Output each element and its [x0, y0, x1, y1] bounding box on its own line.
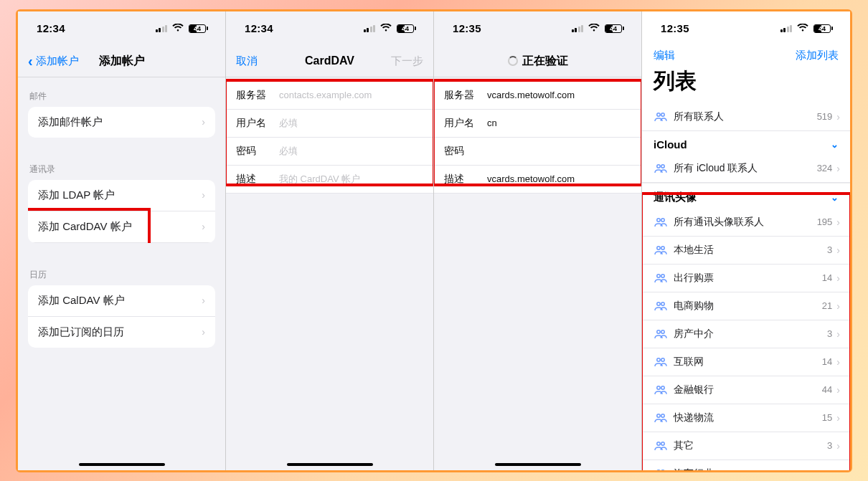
section-label: 通讯头像: [654, 191, 697, 204]
status-time: 12:35: [453, 22, 481, 34]
row-count: 3: [827, 440, 832, 451]
svg-point-15: [661, 358, 664, 361]
row-label: 电商购物: [674, 300, 822, 313]
content[interactable]: 邮件 添加邮件帐户 › 通讯录 添加 LDAP 帐户 › 添加 CardDAV …: [18, 77, 225, 470]
status-icons: 44: [572, 23, 625, 34]
list-item[interactable]: 所有 iCloud 联系人324›: [642, 155, 850, 183]
field-server[interactable]: 服务器 vcards.metowolf.com: [434, 82, 641, 110]
svg-point-6: [657, 246, 660, 249]
field-placeholder: 必填: [279, 145, 423, 158]
svg-point-18: [657, 414, 660, 416]
svg-point-8: [657, 274, 660, 277]
status-icons: 44: [780, 23, 834, 34]
svg-point-2: [657, 164, 660, 167]
next-label: 下一步: [391, 54, 423, 68]
row-label: 房产中介: [674, 328, 827, 340]
row-count: 195: [817, 216, 833, 227]
chevron-right-icon: ›: [836, 468, 840, 470]
row-label: 汽车行业: [674, 467, 827, 470]
content[interactable]: 所有联系人 519 › iCloud ⌄ 所有 iCloud 联系人324› 通…: [642, 103, 850, 470]
field-placeholder: contacts.example.com: [279, 90, 423, 100]
section-header-avatars[interactable]: 通讯头像 ⌄: [642, 183, 850, 209]
row-all-contacts[interactable]: 所有联系人 519 ›: [642, 103, 850, 131]
field-password[interactable]: 密码: [434, 138, 641, 166]
svg-point-12: [657, 330, 660, 333]
field-placeholder: 必填: [279, 117, 423, 130]
chevron-right-icon: ›: [836, 384, 840, 396]
row-count: 44: [822, 384, 832, 395]
row-count: 21: [822, 300, 832, 311]
back-button[interactable]: ‹添加帐户: [28, 53, 79, 70]
screen-add-account: 12:34 44 ‹添加帐户 添加帐户 邮件 添加邮件帐户 ›: [18, 11, 226, 470]
people-icon: [652, 273, 669, 283]
svg-point-11: [661, 302, 664, 305]
edit-button[interactable]: 编辑: [654, 49, 675, 62]
svg-point-9: [661, 274, 664, 277]
row-label: 所有联系人: [674, 110, 817, 123]
row-add-subscribed-cal[interactable]: 添加已订阅的日历 ›: [28, 317, 215, 348]
phone-row: 12:34 44 ‹添加帐户 添加帐户 邮件 添加邮件帐户 ›: [16, 9, 852, 472]
content[interactable]: 服务器 contacts.example.com 用户名 必填 密码 必填 描述…: [226, 77, 433, 470]
contacts-group: 添加 LDAP 帐户 › 添加 CardDAV 帐户 ›: [28, 180, 215, 243]
row-label: 添加已订阅的日历: [38, 325, 124, 339]
list-item[interactable]: 互联网14›: [642, 348, 850, 376]
nav-bar: 正在验证: [434, 46, 641, 77]
people-icon: [652, 329, 669, 339]
field-username[interactable]: 用户名 cn: [434, 110, 641, 138]
wifi-icon: [172, 23, 184, 34]
chevron-right-icon: ›: [836, 163, 840, 174]
people-icon: [652, 357, 669, 367]
list-item[interactable]: 金融银行44›: [642, 376, 850, 404]
list-item[interactable]: 快递物流15›: [642, 404, 850, 432]
section-header-icloud[interactable]: iCloud ⌄: [642, 131, 850, 155]
battery-icon: 44: [813, 24, 833, 33]
chevron-right-icon: ›: [202, 295, 205, 306]
chevron-right-icon: ›: [836, 216, 840, 228]
avatar-rows: 所有通讯头像联系人195›本地生活3›出行购票14›电商购物21›房产中介3›互…: [642, 209, 850, 470]
wifi-icon: [588, 23, 600, 34]
svg-point-0: [657, 113, 660, 115]
people-icon: [652, 441, 669, 451]
row-count: 14: [822, 356, 832, 367]
list-item[interactable]: 所有通讯头像联系人195›: [642, 209, 850, 237]
field-description[interactable]: 描述 vcards.metowolf.com: [434, 166, 641, 194]
list-item[interactable]: 出行购票14›: [642, 265, 850, 292]
row-label: 出行购票: [674, 272, 822, 285]
row-label: 添加邮件帐户: [38, 115, 103, 129]
cancel-button[interactable]: 取消: [236, 54, 258, 68]
svg-point-4: [657, 218, 660, 221]
row-add-carddav[interactable]: 添加 CardDAV 帐户 ›: [28, 211, 215, 243]
home-indicator[interactable]: [287, 463, 373, 466]
svg-point-10: [657, 302, 660, 305]
section-header-contacts: 通讯录: [18, 151, 225, 180]
list-item[interactable]: 汽车行业7›: [642, 460, 850, 470]
home-indicator[interactable]: [495, 463, 581, 466]
status-icons: 44: [364, 23, 417, 34]
list-item[interactable]: 电商购物21›: [642, 292, 850, 320]
status-bar: 12:35 44: [434, 11, 641, 46]
svg-point-5: [661, 218, 664, 221]
carddav-form: 服务器 contacts.example.com 用户名 必填 密码 必填 描述…: [226, 82, 433, 194]
wifi-icon: [380, 23, 392, 34]
list-item[interactable]: 本地生活3›: [642, 237, 850, 265]
list-item[interactable]: 房产中介3›: [642, 320, 850, 348]
add-list-button[interactable]: 添加列表: [796, 49, 839, 62]
row-add-caldav[interactable]: 添加 CalDAV 帐户 ›: [28, 285, 215, 317]
row-label: 其它: [674, 439, 827, 452]
field-value: cn: [487, 118, 631, 128]
field-description[interactable]: 描述 我的 CardDAV 帐户: [226, 166, 433, 194]
svg-point-20: [657, 442, 660, 444]
list-item[interactable]: 其它3›: [642, 432, 850, 460]
row-label: 本地生活: [674, 244, 827, 257]
row-add-mail[interactable]: 添加邮件帐户 ›: [28, 107, 215, 138]
row-add-ldap[interactable]: 添加 LDAP 帐户 ›: [28, 180, 215, 211]
next-button[interactable]: 下一步: [391, 54, 423, 68]
field-password[interactable]: 密码 必填: [226, 138, 433, 166]
home-indicator[interactable]: [79, 463, 165, 466]
row-label: 添加 CalDAV 帐户: [38, 294, 125, 308]
field-server[interactable]: 服务器 contacts.example.com: [226, 82, 433, 110]
chevron-right-icon: ›: [202, 189, 205, 201]
field-username[interactable]: 用户名 必填: [226, 110, 433, 138]
content[interactable]: 服务器 vcards.metowolf.com 用户名 cn 密码 描述 vca…: [434, 77, 641, 470]
screen-carddav-verifying: 12:35 44 正在验证 服务器 vcards.metowolf.com 用户…: [434, 11, 642, 470]
